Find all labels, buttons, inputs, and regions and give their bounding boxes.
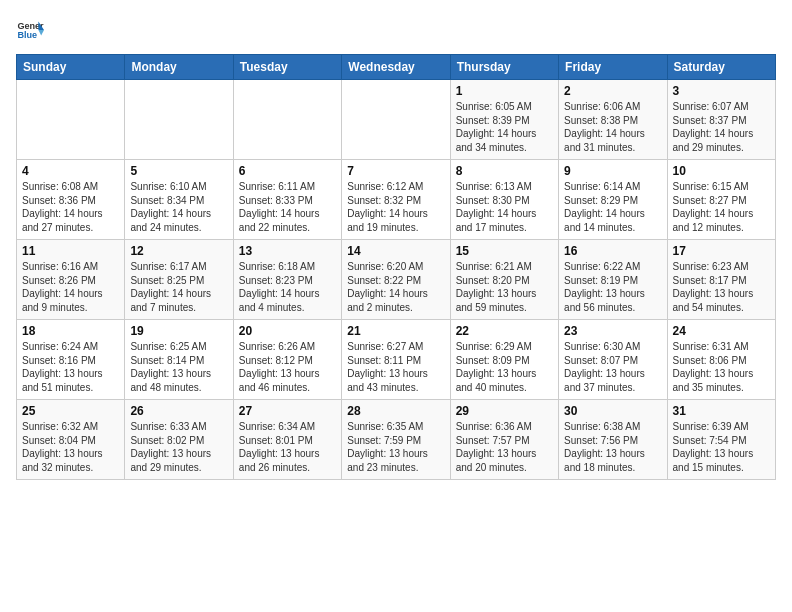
day-info: Sunrise: 6:25 AM Sunset: 8:14 PM Dayligh…: [130, 340, 227, 394]
week-row-4: 18Sunrise: 6:24 AM Sunset: 8:16 PM Dayli…: [17, 320, 776, 400]
day-info: Sunrise: 6:14 AM Sunset: 8:29 PM Dayligh…: [564, 180, 661, 234]
day-info: Sunrise: 6:29 AM Sunset: 8:09 PM Dayligh…: [456, 340, 553, 394]
day-cell: 12Sunrise: 6:17 AM Sunset: 8:25 PM Dayli…: [125, 240, 233, 320]
header-day-sunday: Sunday: [17, 55, 125, 80]
day-number: 7: [347, 164, 444, 178]
day-number: 31: [673, 404, 770, 418]
day-cell: 7Sunrise: 6:12 AM Sunset: 8:32 PM Daylig…: [342, 160, 450, 240]
day-number: 8: [456, 164, 553, 178]
day-info: Sunrise: 6:36 AM Sunset: 7:57 PM Dayligh…: [456, 420, 553, 474]
header-row: SundayMondayTuesdayWednesdayThursdayFrid…: [17, 55, 776, 80]
day-number: 17: [673, 244, 770, 258]
day-number: 24: [673, 324, 770, 338]
day-info: Sunrise: 6:33 AM Sunset: 8:02 PM Dayligh…: [130, 420, 227, 474]
day-cell: 11Sunrise: 6:16 AM Sunset: 8:26 PM Dayli…: [17, 240, 125, 320]
day-cell: 17Sunrise: 6:23 AM Sunset: 8:17 PM Dayli…: [667, 240, 775, 320]
day-number: 2: [564, 84, 661, 98]
week-row-5: 25Sunrise: 6:32 AM Sunset: 8:04 PM Dayli…: [17, 400, 776, 480]
day-cell: 21Sunrise: 6:27 AM Sunset: 8:11 PM Dayli…: [342, 320, 450, 400]
day-cell: 18Sunrise: 6:24 AM Sunset: 8:16 PM Dayli…: [17, 320, 125, 400]
day-number: 29: [456, 404, 553, 418]
day-cell: 6Sunrise: 6:11 AM Sunset: 8:33 PM Daylig…: [233, 160, 341, 240]
day-cell: 14Sunrise: 6:20 AM Sunset: 8:22 PM Dayli…: [342, 240, 450, 320]
day-cell: 29Sunrise: 6:36 AM Sunset: 7:57 PM Dayli…: [450, 400, 558, 480]
day-cell: 4Sunrise: 6:08 AM Sunset: 8:36 PM Daylig…: [17, 160, 125, 240]
header-day-wednesday: Wednesday: [342, 55, 450, 80]
logo: General Blue: [16, 16, 48, 44]
day-cell: 5Sunrise: 6:10 AM Sunset: 8:34 PM Daylig…: [125, 160, 233, 240]
day-info: Sunrise: 6:26 AM Sunset: 8:12 PM Dayligh…: [239, 340, 336, 394]
day-info: Sunrise: 6:06 AM Sunset: 8:38 PM Dayligh…: [564, 100, 661, 154]
day-number: 6: [239, 164, 336, 178]
day-cell: 9Sunrise: 6:14 AM Sunset: 8:29 PM Daylig…: [559, 160, 667, 240]
day-number: 4: [22, 164, 119, 178]
header: General Blue: [16, 16, 776, 44]
day-cell: [17, 80, 125, 160]
day-number: 9: [564, 164, 661, 178]
logo-icon: General Blue: [16, 16, 44, 44]
day-cell: 23Sunrise: 6:30 AM Sunset: 8:07 PM Dayli…: [559, 320, 667, 400]
day-cell: 10Sunrise: 6:15 AM Sunset: 8:27 PM Dayli…: [667, 160, 775, 240]
day-cell: [342, 80, 450, 160]
header-day-saturday: Saturday: [667, 55, 775, 80]
day-cell: 19Sunrise: 6:25 AM Sunset: 8:14 PM Dayli…: [125, 320, 233, 400]
day-number: 26: [130, 404, 227, 418]
day-info: Sunrise: 6:22 AM Sunset: 8:19 PM Dayligh…: [564, 260, 661, 314]
day-cell: 24Sunrise: 6:31 AM Sunset: 8:06 PM Dayli…: [667, 320, 775, 400]
header-day-thursday: Thursday: [450, 55, 558, 80]
day-cell: 8Sunrise: 6:13 AM Sunset: 8:30 PM Daylig…: [450, 160, 558, 240]
day-cell: [125, 80, 233, 160]
day-info: Sunrise: 6:11 AM Sunset: 8:33 PM Dayligh…: [239, 180, 336, 234]
day-cell: 27Sunrise: 6:34 AM Sunset: 8:01 PM Dayli…: [233, 400, 341, 480]
day-number: 19: [130, 324, 227, 338]
day-info: Sunrise: 6:23 AM Sunset: 8:17 PM Dayligh…: [673, 260, 770, 314]
day-cell: 13Sunrise: 6:18 AM Sunset: 8:23 PM Dayli…: [233, 240, 341, 320]
day-number: 30: [564, 404, 661, 418]
day-cell: 1Sunrise: 6:05 AM Sunset: 8:39 PM Daylig…: [450, 80, 558, 160]
day-number: 28: [347, 404, 444, 418]
day-info: Sunrise: 6:34 AM Sunset: 8:01 PM Dayligh…: [239, 420, 336, 474]
day-info: Sunrise: 6:39 AM Sunset: 7:54 PM Dayligh…: [673, 420, 770, 474]
header-day-friday: Friday: [559, 55, 667, 80]
day-info: Sunrise: 6:38 AM Sunset: 7:56 PM Dayligh…: [564, 420, 661, 474]
day-info: Sunrise: 6:08 AM Sunset: 8:36 PM Dayligh…: [22, 180, 119, 234]
day-info: Sunrise: 6:15 AM Sunset: 8:27 PM Dayligh…: [673, 180, 770, 234]
day-number: 15: [456, 244, 553, 258]
day-cell: 2Sunrise: 6:06 AM Sunset: 8:38 PM Daylig…: [559, 80, 667, 160]
day-cell: 30Sunrise: 6:38 AM Sunset: 7:56 PM Dayli…: [559, 400, 667, 480]
day-info: Sunrise: 6:10 AM Sunset: 8:34 PM Dayligh…: [130, 180, 227, 234]
day-number: 12: [130, 244, 227, 258]
day-cell: [233, 80, 341, 160]
day-cell: 26Sunrise: 6:33 AM Sunset: 8:02 PM Dayli…: [125, 400, 233, 480]
day-info: Sunrise: 6:16 AM Sunset: 8:26 PM Dayligh…: [22, 260, 119, 314]
svg-text:Blue: Blue: [17, 30, 37, 40]
day-info: Sunrise: 6:07 AM Sunset: 8:37 PM Dayligh…: [673, 100, 770, 154]
day-cell: 25Sunrise: 6:32 AM Sunset: 8:04 PM Dayli…: [17, 400, 125, 480]
day-info: Sunrise: 6:13 AM Sunset: 8:30 PM Dayligh…: [456, 180, 553, 234]
day-cell: 3Sunrise: 6:07 AM Sunset: 8:37 PM Daylig…: [667, 80, 775, 160]
day-info: Sunrise: 6:35 AM Sunset: 7:59 PM Dayligh…: [347, 420, 444, 474]
svg-marker-3: [38, 30, 44, 36]
day-number: 13: [239, 244, 336, 258]
day-info: Sunrise: 6:31 AM Sunset: 8:06 PM Dayligh…: [673, 340, 770, 394]
day-info: Sunrise: 6:27 AM Sunset: 8:11 PM Dayligh…: [347, 340, 444, 394]
day-info: Sunrise: 6:20 AM Sunset: 8:22 PM Dayligh…: [347, 260, 444, 314]
day-number: 11: [22, 244, 119, 258]
day-number: 18: [22, 324, 119, 338]
day-cell: 15Sunrise: 6:21 AM Sunset: 8:20 PM Dayli…: [450, 240, 558, 320]
day-info: Sunrise: 6:21 AM Sunset: 8:20 PM Dayligh…: [456, 260, 553, 314]
day-number: 27: [239, 404, 336, 418]
day-number: 5: [130, 164, 227, 178]
day-info: Sunrise: 6:17 AM Sunset: 8:25 PM Dayligh…: [130, 260, 227, 314]
day-number: 3: [673, 84, 770, 98]
day-number: 23: [564, 324, 661, 338]
day-number: 10: [673, 164, 770, 178]
day-info: Sunrise: 6:05 AM Sunset: 8:39 PM Dayligh…: [456, 100, 553, 154]
day-number: 1: [456, 84, 553, 98]
day-number: 21: [347, 324, 444, 338]
day-cell: 31Sunrise: 6:39 AM Sunset: 7:54 PM Dayli…: [667, 400, 775, 480]
day-info: Sunrise: 6:30 AM Sunset: 8:07 PM Dayligh…: [564, 340, 661, 394]
day-number: 14: [347, 244, 444, 258]
day-number: 22: [456, 324, 553, 338]
header-day-monday: Monday: [125, 55, 233, 80]
